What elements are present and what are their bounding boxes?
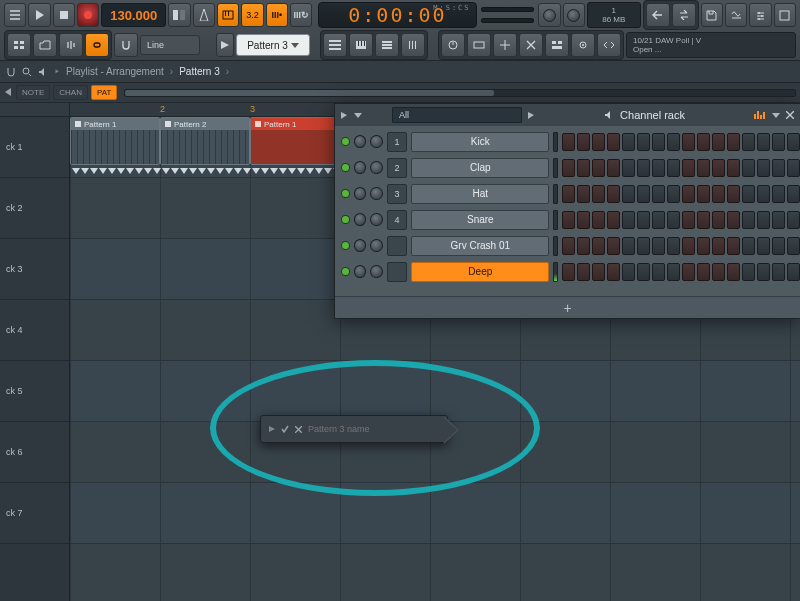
close-windows-button[interactable]	[519, 33, 543, 57]
macros-button[interactable]	[774, 3, 796, 27]
snap-value[interactable]: Line	[140, 35, 200, 55]
step-cell[interactable]	[757, 263, 770, 281]
step-cell[interactable]	[682, 263, 695, 281]
step-cell[interactable]	[757, 185, 770, 203]
channel-pan-knob[interactable]	[354, 161, 366, 174]
step-cell[interactable]	[622, 263, 635, 281]
step-cell[interactable]	[592, 211, 605, 229]
step-cell[interactable]	[757, 237, 770, 255]
close-icon[interactable]	[786, 111, 794, 119]
switch-undo-button[interactable]	[672, 3, 696, 27]
step-cell[interactable]	[562, 237, 575, 255]
step-cell[interactable]	[742, 237, 755, 255]
record-button[interactable]	[77, 3, 99, 27]
step-cell[interactable]	[667, 159, 680, 177]
step-cell[interactable]	[622, 133, 635, 151]
track-lane[interactable]	[70, 544, 800, 601]
magnet-icon[interactable]	[6, 67, 16, 77]
step-cell[interactable]	[652, 237, 665, 255]
picker-button[interactable]	[7, 33, 31, 57]
chevron-right-icon[interactable]	[528, 112, 535, 119]
step-cell[interactable]	[727, 185, 740, 203]
pattern-clip[interactable]: Pattern 2	[160, 117, 250, 165]
overdub-button[interactable]: III•	[266, 3, 288, 27]
step-seq-icon[interactable]	[754, 111, 766, 119]
step-cell[interactable]	[577, 263, 590, 281]
step-cell[interactable]	[712, 237, 725, 255]
touch-kbd-button[interactable]	[467, 33, 491, 57]
step-cell[interactable]	[712, 263, 725, 281]
channel-pan-knob[interactable]	[354, 265, 366, 278]
step-cell[interactable]	[727, 211, 740, 229]
channel-name-button[interactable]: Snare	[411, 210, 549, 230]
step-cell[interactable]	[742, 211, 755, 229]
chevron-right-icon[interactable]	[269, 426, 275, 432]
step-cell[interactable]	[727, 263, 740, 281]
step-cell[interactable]	[772, 237, 785, 255]
step-cell[interactable]	[637, 211, 650, 229]
check-icon[interactable]	[281, 425, 289, 433]
breadcrumb-pattern[interactable]: Pattern 3	[179, 66, 220, 77]
step-cell[interactable]	[787, 185, 800, 203]
step-cell[interactable]	[697, 185, 710, 203]
step-cell[interactable]	[592, 263, 605, 281]
step-cell[interactable]	[697, 263, 710, 281]
breadcrumb-root[interactable]: Playlist - Arrangement	[66, 66, 164, 77]
tempo-tap-button[interactable]	[441, 33, 465, 57]
step-cell[interactable]	[682, 237, 695, 255]
render-button[interactable]	[725, 3, 747, 27]
step-cell[interactable]	[697, 159, 710, 177]
link-button[interactable]	[85, 33, 109, 57]
menu-button[interactable]	[4, 3, 26, 27]
step-cell[interactable]	[772, 211, 785, 229]
save-button[interactable]	[701, 3, 723, 27]
close-icon[interactable]	[295, 426, 302, 433]
audio-button[interactable]	[59, 33, 83, 57]
stop-button[interactable]	[53, 3, 75, 27]
step-cell[interactable]	[727, 237, 740, 255]
step-cell[interactable]	[787, 211, 800, 229]
step-cell[interactable]	[667, 263, 680, 281]
step-cell[interactable]	[637, 237, 650, 255]
view-perf-button[interactable]	[571, 33, 595, 57]
plugin-db-button[interactable]	[493, 33, 517, 57]
track-lane[interactable]	[70, 483, 800, 544]
snap-button[interactable]	[114, 33, 138, 57]
chevron-right-icon[interactable]	[341, 112, 348, 119]
step-cell[interactable]	[577, 133, 590, 151]
step-cell[interactable]	[682, 133, 695, 151]
step-cell[interactable]	[607, 211, 620, 229]
step-cell[interactable]	[637, 159, 650, 177]
mixer-window-button[interactable]	[401, 33, 425, 57]
tempo-display[interactable]: 130.000	[101, 3, 166, 27]
channel-pan-knob[interactable]	[354, 213, 366, 226]
channel-number[interactable]: 4	[387, 210, 408, 230]
step-cell[interactable]	[772, 263, 785, 281]
channel-rack-titlebar[interactable]: All Channel rack	[335, 104, 800, 126]
piano-window-button[interactable]	[349, 33, 373, 57]
step-cell[interactable]	[607, 185, 620, 203]
step-cell[interactable]	[622, 211, 635, 229]
step-cell[interactable]	[697, 133, 710, 151]
loop-rec-button[interactable]: III↻	[290, 3, 312, 27]
step-cell[interactable]	[607, 237, 620, 255]
step-cell[interactable]	[652, 159, 665, 177]
typing-keys-button[interactable]	[217, 3, 239, 27]
step-cell[interactable]	[787, 159, 800, 177]
metronome-button[interactable]	[193, 3, 215, 27]
playlist-window-button[interactable]	[323, 33, 347, 57]
channel-name-button[interactable]: Grv Crash 01	[411, 236, 549, 256]
step-cell[interactable]	[742, 159, 755, 177]
step-cell[interactable]	[562, 133, 575, 151]
step-cell[interactable]	[622, 237, 635, 255]
tab-chan[interactable]: CHAN	[53, 85, 88, 100]
channel-mute-led[interactable]	[341, 241, 350, 250]
left-icon[interactable]	[4, 88, 13, 97]
step-cell[interactable]	[637, 263, 650, 281]
step-cell[interactable]	[712, 211, 725, 229]
channel-mute-led[interactable]	[341, 163, 350, 172]
channel-number[interactable]: 3	[387, 184, 408, 204]
channel-number[interactable]	[387, 262, 408, 282]
step-cell[interactable]	[742, 185, 755, 203]
step-cell[interactable]	[712, 133, 725, 151]
